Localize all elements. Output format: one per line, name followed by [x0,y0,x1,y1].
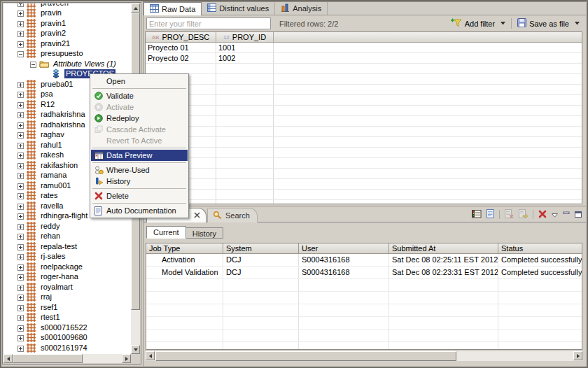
job-hscroll-thumb[interactable] [155,351,456,361]
menu-item-data-preview[interactable]: Data Preview [91,150,188,161]
expand-icon[interactable] [18,213,24,219]
job-row[interactable] [146,279,582,292]
search-view-tab[interactable]: Search [207,208,258,222]
tree-item[interactable]: pravin21 [4,38,131,49]
expand-icon[interactable] [18,111,24,118]
collapse-icon[interactable] [18,50,24,57]
tree-item[interactable]: royalmart [4,282,131,292]
menu-item-redeploy[interactable]: Redeploy [91,113,188,124]
expand-icon[interactable] [18,334,24,341]
table-row[interactable] [146,85,582,95]
job-row[interactable] [146,330,582,342]
menu-item-open[interactable]: Open [91,76,188,87]
expand-icon[interactable] [18,91,24,97]
expand-icon[interactable] [18,3,24,6]
tree-item[interactable]: s0002161974 [4,343,131,353]
table-row[interactable]: Proyecto 011001 [146,43,582,53]
tab-raw-data[interactable]: Raw Data [144,2,202,15]
subtab-history[interactable]: History [186,227,223,239]
save-as-file-button[interactable]: Save as file [515,17,582,29]
tree-item[interactable]: s0000716522 [4,323,131,333]
job-row[interactable] [146,304,582,317]
tab-distinct-values[interactable]: Distinct values [202,2,275,15]
tree-item[interactable]: s0001009680 [4,333,131,344]
tree-item[interactable]: rtest1 [4,313,131,323]
expand-icon[interactable] [18,233,24,239]
job-horizontal-scrollbar[interactable] [146,351,582,361]
tree-item[interactable]: reddy [4,221,131,232]
tree-horizontal-scrollbar[interactable] [4,354,131,363]
scroll-right-button[interactable] [573,351,582,360]
expand-icon[interactable] [18,10,24,16]
expand-icon[interactable] [18,30,24,36]
expand-icon[interactable] [18,304,24,311]
job-log-icon[interactable] [472,209,482,220]
column-header[interactable]: ABPROY_DESC [146,32,216,43]
view-menu-icon[interactable] [552,211,558,219]
expand-icon[interactable] [18,325,24,331]
delete-entries-icon[interactable] [538,210,547,220]
tree-item[interactable]: rj-sales [4,252,131,262]
minimize-icon[interactable] [563,211,570,219]
table-row[interactable] [146,190,582,200]
subtab-current[interactable]: Current [146,226,186,239]
expand-icon[interactable] [18,20,24,27]
expand-icon[interactable] [18,192,24,199]
table-row[interactable] [146,64,582,74]
table-row[interactable] [146,137,582,148]
table-row[interactable]: Proyecto 021002 [146,53,582,64]
job-column-header[interactable]: System [223,243,299,254]
add-filter-button[interactable]: Add filter [449,17,507,29]
menu-item-auto-documentation[interactable]: Auto Documentation [91,205,188,216]
expand-icon[interactable] [18,345,24,351]
expand-icon[interactable] [18,284,24,290]
expand-icon[interactable] [18,274,24,280]
tree-item[interactable]: rehan [4,232,131,242]
maximize-icon[interactable] [575,211,582,219]
expand-icon[interactable] [18,243,24,250]
tree-item[interactable]: repala-test [4,241,131,252]
table-row[interactable] [146,74,582,85]
table-row[interactable] [146,127,582,137]
table-row[interactable] [146,200,582,204]
table-row[interactable] [146,148,582,158]
tree-item[interactable]: roger-hana [4,272,131,283]
table-row[interactable] [146,106,582,116]
tree-item[interactable]: presupuesto [4,49,131,59]
expand-icon[interactable] [18,41,24,47]
job-column-header[interactable]: User [299,243,389,254]
expand-icon[interactable] [18,152,24,158]
expand-icon[interactable] [18,142,24,148]
expand-icon[interactable] [18,264,24,270]
tree-item[interactable]: rraj [4,292,131,303]
job-row[interactable] [146,317,582,330]
table-row[interactable] [146,169,582,179]
table-row[interactable] [146,95,582,106]
expand-icon[interactable] [18,162,24,169]
tree-item[interactable]: pravin2 [4,29,131,39]
scroll-up-button[interactable] [131,3,140,13]
filter-input[interactable] [146,17,271,29]
tree-item[interactable]: pravin1 [4,18,131,29]
job-column-header[interactable]: Job Type [146,243,223,254]
expand-icon[interactable] [18,253,24,260]
close-icon[interactable] [194,211,200,220]
tree-hscroll-thumb[interactable] [13,354,83,363]
expand-icon[interactable] [18,132,24,138]
tree-item[interactable]: Attribute Views (1) [4,59,131,69]
expand-icon[interactable] [18,122,24,128]
collapse-icon[interactable] [30,61,36,67]
job-column-header[interactable]: Status [498,243,582,254]
expand-icon[interactable] [18,172,24,178]
table-row[interactable] [146,179,582,190]
menu-item-validate[interactable]: Validate [91,90,188,101]
scroll-left-button[interactable] [146,351,155,360]
tree-item[interactable]: rsef1 [4,302,131,313]
tree-item[interactable]: roelpackage [4,262,131,272]
tree-item[interactable]: pravin [4,8,131,19]
menu-item-history[interactable]: History [91,176,188,187]
expand-icon[interactable] [18,223,24,229]
menu-item-delete[interactable]: Delete [91,190,188,201]
job-column-header[interactable]: Submitted At [389,243,498,254]
tab-analysis[interactable]: Analysis [275,2,328,15]
